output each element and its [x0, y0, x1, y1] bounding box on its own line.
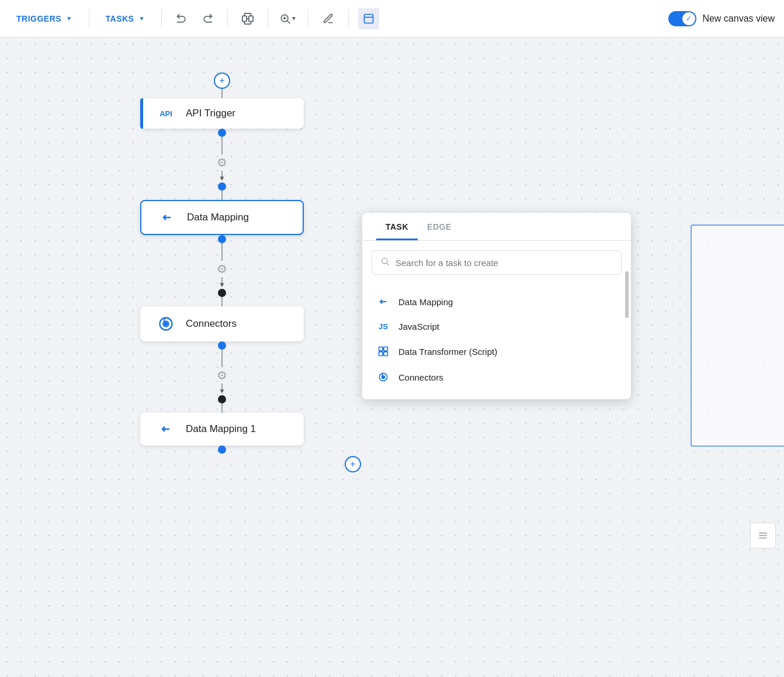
svg-line-21	[387, 263, 389, 265]
dot-1	[218, 129, 226, 137]
side-panel-stub	[691, 224, 784, 447]
toggle-knob: ✓	[682, 12, 695, 25]
task-panel: TASK EDGE Da	[362, 213, 631, 399]
data-mapping-1-icon	[154, 422, 178, 436]
canvas-view-button[interactable]	[358, 8, 379, 29]
data-mapping-1-label: Data Mapping 1	[186, 423, 256, 435]
tasks-label: TASKS	[106, 14, 134, 23]
add-node-top[interactable]: +	[214, 72, 230, 89]
task-panel-tabs: TASK EDGE	[362, 213, 631, 241]
arrow-2: ▼	[218, 281, 226, 289]
add-node-bottom[interactable]: +	[345, 456, 361, 472]
dot-2	[218, 182, 226, 191]
tasks-group: TASKS ▼	[99, 11, 152, 27]
svg-point-20	[382, 258, 387, 264]
dot-7	[218, 445, 226, 454]
line-7	[221, 350, 223, 367]
undo-button[interactable]	[171, 8, 192, 29]
data-mapping-icon	[155, 210, 179, 224]
connectors-task-label: Connectors	[398, 372, 443, 382]
triggers-group: TRIGGERS ▼	[9, 11, 79, 27]
javascript-task-label: JavaScript	[398, 322, 439, 331]
svg-rect-23	[379, 347, 383, 351]
task-panel-scrollbar[interactable]	[625, 271, 629, 318]
task-item-connectors[interactable]: Connectors	[362, 364, 631, 390]
svg-rect-25	[379, 352, 383, 356]
new-canvas-toggle[interactable]: ✓	[668, 11, 696, 26]
connectors-icon	[154, 316, 178, 332]
svg-rect-26	[384, 352, 388, 356]
canvas[interactable]: + API API Trigger ⚙ ▼ Data Mapping	[0, 37, 784, 677]
triggers-chevron: ▼	[66, 15, 72, 22]
connectors-label: Connectors	[186, 318, 237, 330]
api-trigger-label: API Trigger	[186, 108, 235, 119]
svg-rect-0	[242, 16, 247, 21]
svg-rect-24	[384, 347, 388, 351]
line-3	[221, 191, 223, 200]
dot-6	[218, 395, 226, 403]
api-icon: API	[154, 109, 178, 118]
side-panel-lines-icon[interactable]	[750, 523, 776, 548]
node-data-mapping-1[interactable]: Data Mapping 1	[140, 413, 304, 445]
edit-button[interactable]	[318, 8, 339, 29]
triggers-button[interactable]: TRIGGERS ▼	[9, 11, 79, 27]
data-mapping-task-icon	[376, 296, 390, 308]
arrow-3: ▼	[218, 387, 226, 395]
gear-2[interactable]: ⚙	[214, 261, 230, 277]
line-1	[221, 137, 223, 154]
divider-6	[348, 9, 349, 28]
dot-3	[218, 235, 226, 243]
zoom-button[interactable]: ▼	[277, 8, 299, 29]
task-item-data-transformer[interactable]: Data Transformer (Script)	[362, 338, 631, 364]
redo-button[interactable]	[197, 8, 218, 29]
line-6	[221, 297, 223, 306]
task-search-input[interactable]	[396, 258, 613, 268]
dot-5	[218, 341, 226, 350]
line-9	[221, 403, 223, 413]
divider-3	[227, 9, 228, 28]
divider-5	[308, 9, 308, 28]
dot-4	[218, 289, 226, 297]
toolbar: TRIGGERS ▼ TASKS ▼	[0, 0, 784, 37]
flow-container: + API API Trigger ⚙ ▼ Data Mapping	[140, 72, 304, 454]
triggers-label: TRIGGERS	[16, 14, 61, 23]
svg-point-18	[165, 323, 168, 326]
search-icon	[380, 257, 390, 268]
node-connectors[interactable]: Connectors	[140, 306, 304, 341]
gear-1[interactable]: ⚙	[214, 154, 230, 171]
divider-2	[161, 9, 162, 28]
data-transformer-task-label: Data Transformer (Script)	[398, 347, 497, 357]
connectors-task-icon	[376, 371, 390, 383]
tasks-button[interactable]: TASKS ▼	[99, 11, 152, 27]
js-task-icon: JS	[376, 322, 390, 331]
new-canvas-toggle-group: ✓ New canvas view	[668, 11, 775, 26]
node-left-bar	[140, 98, 143, 129]
svg-rect-1	[249, 16, 253, 21]
svg-rect-13	[364, 14, 373, 23]
transformer-task-icon	[376, 346, 390, 357]
tab-edge[interactable]: EDGE	[418, 213, 461, 240]
layout-button[interactable]	[237, 8, 258, 29]
task-search-box	[372, 250, 622, 275]
tab-task[interactable]: TASK	[376, 213, 418, 240]
tasks-chevron: ▼	[138, 15, 144, 22]
divider-1	[89, 9, 89, 28]
task-item-data-mapping[interactable]: Data Mapping	[362, 289, 631, 315]
gear-3[interactable]: ⚙	[214, 367, 230, 384]
svg-line-10	[287, 20, 290, 23]
data-mapping-task-label: Data Mapping	[398, 297, 453, 307]
zoom-chevron: ▼	[291, 15, 297, 22]
new-canvas-label: New canvas view	[702, 13, 775, 24]
task-item-javascript[interactable]: JS JavaScript	[362, 315, 631, 338]
data-mapping-label: Data Mapping	[187, 212, 249, 223]
divider-4	[268, 9, 268, 28]
node-api-trigger[interactable]: API API Trigger	[140, 98, 304, 129]
connector-top	[221, 89, 223, 98]
arrow-1: ▼	[218, 174, 226, 182]
node-data-mapping[interactable]: Data Mapping	[140, 200, 304, 235]
line-4	[221, 243, 223, 261]
task-list: Data Mapping JS JavaScript	[362, 284, 631, 399]
